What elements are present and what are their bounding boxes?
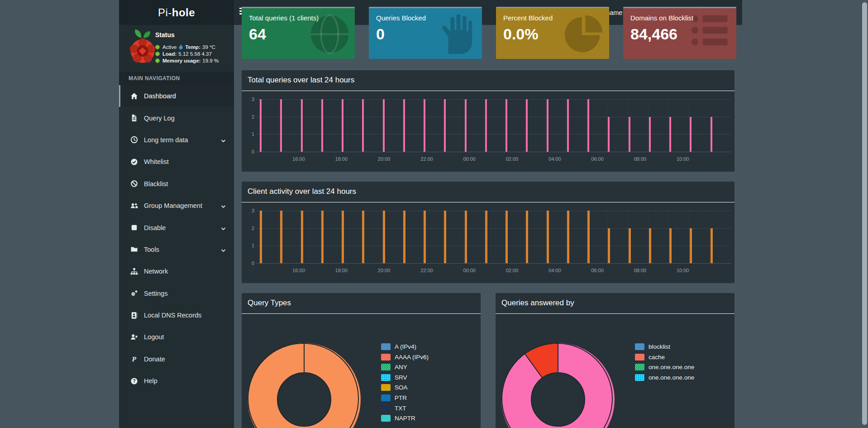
- legend-item[interactable]: NAPTR: [381, 415, 415, 422]
- legend-item[interactable]: ANY: [381, 364, 407, 370]
- x-axis-tick: 22:00: [415, 156, 438, 162]
- legend-item[interactable]: one.one.one.one: [635, 374, 694, 381]
- legend-item[interactable]: PTR: [381, 394, 407, 401]
- legend-label: SRV: [395, 374, 407, 381]
- grid-vline: [525, 99, 525, 152]
- temp-label: Temp:: [185, 44, 200, 50]
- x-axis-tick: 10:00: [672, 268, 694, 273]
- y-axis-tick: 0: [243, 260, 254, 266]
- sidebar-item-network[interactable]: Network: [119, 260, 234, 282]
- panel-queries-answered-by: Queries answered by blocklistcacheone.on…: [496, 293, 734, 428]
- sidebar-item-label: Disable: [144, 224, 166, 231]
- legend-item[interactable]: AAAA (IPv6): [381, 354, 429, 361]
- grid-vline: [259, 211, 259, 263]
- stop-icon: [130, 224, 138, 231]
- x-axis-tick: 22:00: [415, 268, 438, 273]
- grid-vline: [628, 211, 628, 263]
- sidebar-item-whitelist[interactable]: Whitelist: [119, 151, 234, 173]
- chevron-down-icon[interactable]: [221, 225, 226, 230]
- stat-card-value: 0: [376, 25, 385, 43]
- legend-label: one.one.one.one: [649, 374, 694, 381]
- grid-vline: [382, 99, 382, 152]
- grid-vline: [525, 211, 525, 263]
- load-label: Load:: [162, 51, 176, 57]
- bar: [485, 211, 487, 263]
- pihole-logo-icon: [129, 28, 157, 65]
- sitemap-icon: [130, 268, 138, 275]
- grid-vline: [341, 99, 341, 152]
- gridline: [256, 245, 731, 246]
- x-axis-tick: 08:00: [629, 156, 651, 162]
- x-axis-tick: 02:00: [501, 268, 524, 273]
- sidebar-item-group-management[interactable]: Group Management: [119, 195, 234, 216]
- legend-item[interactable]: SRV: [381, 374, 407, 381]
- bar: [587, 211, 590, 263]
- sidebar-item-logout[interactable]: Logout: [119, 326, 234, 348]
- legend-label: one.one.one.one: [649, 364, 694, 370]
- chevron-down-icon[interactable]: [221, 247, 226, 252]
- bar: [526, 211, 528, 263]
- stat-card-value: 84,466: [630, 25, 677, 43]
- chevron-down-icon[interactable]: [221, 203, 226, 208]
- bar: [424, 211, 426, 263]
- legend-label: SOA: [395, 384, 408, 391]
- paypal-icon: P: [130, 355, 138, 363]
- sidebar-item-disable[interactable]: Disable: [119, 216, 234, 238]
- panel-title: Queries answered by: [501, 298, 574, 308]
- bar: [485, 99, 487, 152]
- legend-item[interactable]: blocklist: [635, 343, 670, 350]
- bar: [444, 211, 446, 263]
- gridline: [256, 228, 731, 229]
- grid-vline: [566, 211, 567, 263]
- grid-vline: [587, 99, 587, 152]
- legend-item[interactable]: TXT: [381, 405, 406, 412]
- bar: [567, 99, 569, 152]
- sidebar-item-query-log[interactable]: Query Log: [119, 107, 234, 129]
- sidebar-item-blacklist[interactable]: Blacklist: [119, 173, 234, 195]
- question-circle-icon: ?: [130, 377, 138, 385]
- bar: [547, 211, 549, 263]
- file-icon: [130, 114, 138, 122]
- bar: [383, 99, 385, 152]
- legend-swatch: [381, 415, 391, 422]
- stat-card-value: 0.0%: [503, 25, 539, 43]
- bar: [321, 99, 323, 152]
- legend-swatch: [381, 364, 391, 370]
- stat-card-queries-blocked: Queries Blocked0: [369, 7, 482, 59]
- bar: [587, 99, 589, 152]
- grid-vline: [341, 211, 341, 263]
- panel-title: Total queries over last 24 hours: [248, 76, 354, 85]
- memory-label: Memory usage:: [162, 58, 200, 63]
- grid-vline: [361, 211, 362, 263]
- sidebar-item-donate[interactable]: PDonate: [119, 348, 234, 370]
- vertical-scrollbar[interactable]: [862, 2, 867, 425]
- donut-hole: [277, 372, 331, 427]
- grid-vline: [402, 99, 403, 152]
- gears-icon: [130, 289, 138, 297]
- memory-value: 19.9 %: [202, 58, 219, 63]
- grid-vline: [710, 211, 710, 263]
- legend-item[interactable]: A (IPv4): [381, 343, 416, 350]
- stat-card-title: Queries Blocked: [376, 14, 426, 22]
- chevron-down-icon[interactable]: [221, 137, 226, 142]
- sidebar-item-tools[interactable]: Tools: [119, 239, 234, 260]
- sidebar-item-label: Query Log: [144, 115, 175, 122]
- sidebar-item-dashboard[interactable]: Dashboard: [119, 85, 234, 107]
- sidebar-section-header: MAIN NAVIGATION: [119, 72, 234, 85]
- grid-vline: [689, 99, 689, 152]
- legend-item[interactable]: cache: [635, 354, 665, 361]
- grid-vline: [259, 99, 259, 152]
- app-logo[interactable]: Pi-hole: [119, 0, 234, 25]
- grid-vline: [484, 211, 485, 263]
- grid-vline: [505, 99, 505, 152]
- legend-item[interactable]: SOA: [381, 384, 408, 391]
- grid-vline: [546, 211, 546, 263]
- bar: [403, 99, 405, 152]
- x-axis-tick: 20:00: [373, 156, 396, 162]
- sidebar-item-local-dns-records[interactable]: Local DNS Records: [119, 304, 234, 326]
- sidebar-item-settings[interactable]: Settings: [119, 283, 234, 304]
- legend-item[interactable]: one.one.one.one: [635, 364, 694, 370]
- grid-vline: [279, 99, 280, 152]
- sidebar-item-help[interactable]: ?Help: [119, 370, 234, 392]
- sidebar-item-long-term-data[interactable]: Long term data: [119, 129, 234, 151]
